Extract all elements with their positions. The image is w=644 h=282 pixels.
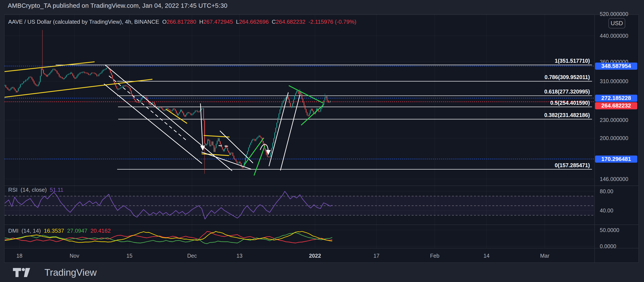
high-label: H — [199, 18, 204, 25]
rsi-params: (14, close) — [20, 187, 46, 193]
high-value: 267.472945 — [203, 18, 233, 25]
fib-level-label: 0(157.285471) — [555, 162, 590, 168]
chart-canvas[interactable]: 1(351.517710)0.786(309.952011)0.618(277.… — [0, 0, 644, 282]
fib-level-label: 0.382(231.482186) — [544, 112, 590, 118]
change-value: -2.115976 (-0.79%) — [308, 18, 356, 25]
open-value: 266.817280 — [166, 18, 196, 25]
time-scale[interactable] — [4, 248, 594, 263]
dmi-name[interactable]: DMI — [8, 228, 18, 234]
dmi-minus-di-value: 20.4162 — [90, 228, 111, 234]
fib-level-label: 0.618(277.320995) — [544, 89, 590, 95]
symbol-legend[interactable]: AAVE / US Dollar (calculated by TradingV… — [8, 18, 356, 25]
fib-level-label: 0.5(254.401590) — [550, 100, 590, 106]
dmi-adx-value: 16.3537 — [44, 228, 64, 234]
symbol-title[interactable]: AAVE / US Dollar (calculated by TradingV… — [8, 18, 159, 25]
fib-level-label: 1(351.517710) — [555, 58, 590, 64]
fib-level-label: 0.786(309.952011) — [544, 74, 590, 80]
tradingview-attribution[interactable]: TradingView — [13, 267, 97, 278]
tradingview-logo-text: TradingView — [44, 267, 97, 278]
tradingview-published-chart: 1(351.517710)0.786(309.952011)0.618(277.… — [0, 0, 644, 282]
published-caption: AMBCrypto_TA published on TradingView.co… — [8, 2, 228, 9]
tradingview-logo-icon — [13, 268, 39, 277]
dmi-legend[interactable]: DMI (14, 14) 16.3537 27.0947 20.4162 — [8, 228, 111, 234]
low-label: L — [236, 18, 239, 25]
rsi-value: 51.11 — [50, 187, 64, 193]
rsi-name[interactable]: RSI — [8, 187, 18, 193]
close-label: C — [272, 18, 276, 25]
dmi-params: (14, 14) — [22, 228, 41, 234]
close-value: 264.682232 — [276, 18, 305, 25]
chart-background — [4, 15, 638, 263]
open-label: O — [162, 18, 166, 25]
price-scale[interactable] — [594, 15, 638, 248]
low-value: 264.662696 — [239, 18, 268, 25]
dmi-plus-di-value: 27.0947 — [67, 228, 88, 234]
rsi-legend[interactable]: RSI (14, close) 51.11 — [8, 187, 64, 193]
